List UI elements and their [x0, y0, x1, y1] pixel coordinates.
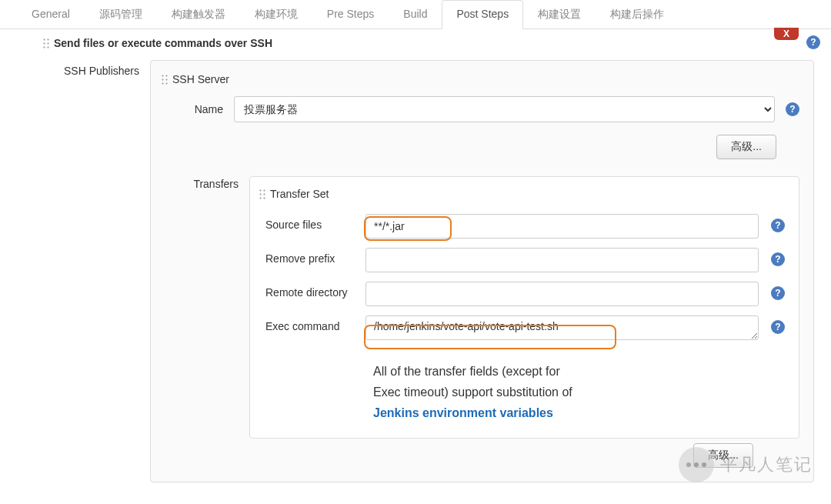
- watermark: 平凡人笔记: [679, 447, 813, 482]
- transfer-note: All of the transfer fields (except for E…: [258, 347, 589, 424]
- drag-handle-icon[interactable]: [42, 37, 49, 49]
- section-title: Send files or execute commands over SSH: [54, 37, 272, 49]
- wechat-icon: [679, 447, 714, 482]
- tab-triggers[interactable]: 构建触发器: [157, 0, 240, 29]
- help-icon[interactable]: ?: [806, 35, 820, 49]
- remote-directory-input[interactable]: [365, 282, 759, 306]
- help-icon[interactable]: ?: [786, 102, 799, 116]
- ssh-section-header: Send files or execute commands over SSH …: [31, 29, 814, 57]
- source-files-label: Source files: [258, 214, 365, 231]
- help-icon[interactable]: ?: [771, 320, 785, 334]
- close-section-button[interactable]: X: [774, 28, 799, 40]
- server-name-select[interactable]: 投票服务器: [234, 96, 775, 122]
- ssh-publishers-label: SSH Publishers: [31, 60, 150, 482]
- tab-pre-steps[interactable]: Pre Steps: [312, 0, 389, 29]
- config-tabs: General 源码管理 构建触发器 构建环境 Pre Steps Build …: [0, 0, 831, 29]
- help-icon[interactable]: ?: [771, 219, 785, 232]
- help-icon[interactable]: ?: [771, 286, 785, 300]
- help-icon[interactable]: ?: [771, 252, 785, 266]
- ssh-publishers-box: SSH Server Name 投票服务器 ? 高级... Transfers: [150, 60, 814, 482]
- advanced-button[interactable]: 高级...: [716, 135, 776, 159]
- ssh-server-label: SSH Server: [172, 73, 229, 85]
- transfer-set-box: Transfer Set Source files ?: [249, 176, 799, 439]
- remove-prefix-input[interactable]: [365, 248, 759, 272]
- tab-scm[interactable]: 源码管理: [85, 0, 157, 29]
- tab-env[interactable]: 构建环境: [240, 0, 312, 29]
- transfer-set-label: Transfer Set: [270, 188, 329, 200]
- tab-build[interactable]: Build: [389, 0, 442, 29]
- server-name-label: Name: [159, 103, 234, 115]
- transfers-label: Transfers: [159, 173, 249, 468]
- watermark-text: 平凡人笔记: [720, 453, 813, 476]
- tab-post-actions[interactable]: 构建后操作: [596, 0, 679, 29]
- drag-handle-icon[interactable]: [258, 188, 265, 200]
- source-files-input[interactable]: [365, 214, 759, 239]
- exec-command-label: Exec command: [258, 315, 365, 332]
- exec-command-input[interactable]: /home/jenkins/vote-api/vote-api-test.sh: [365, 315, 759, 340]
- tab-general[interactable]: General: [17, 0, 85, 29]
- tab-settings[interactable]: 构建设置: [523, 0, 596, 29]
- drag-handle-icon[interactable]: [160, 73, 168, 85]
- tab-post-steps[interactable]: Post Steps: [442, 0, 523, 29]
- jenkins-env-vars-link[interactable]: Jenkins environment variables: [373, 406, 553, 419]
- remote-directory-label: Remote directory: [258, 282, 365, 299]
- remove-prefix-label: Remove prefix: [258, 248, 365, 265]
